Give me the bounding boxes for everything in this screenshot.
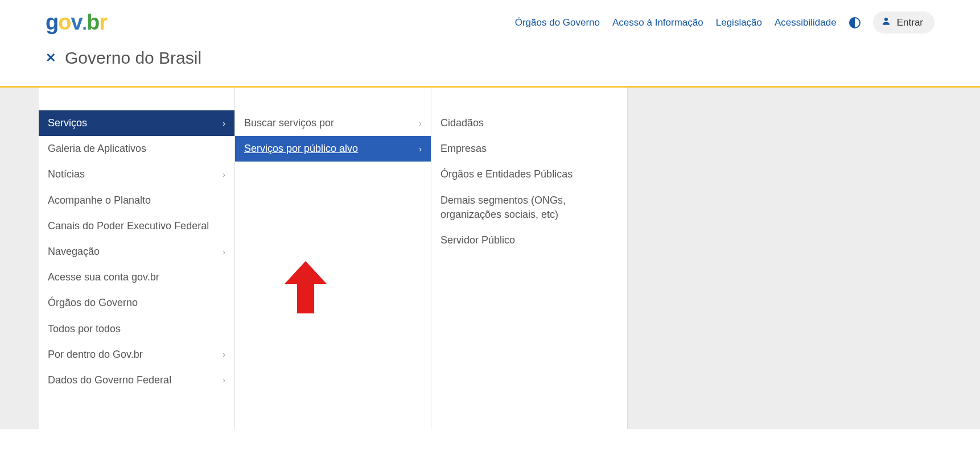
chevron-right-icon: › — [419, 119, 422, 128]
menu-item-label: Buscar serviços por — [244, 116, 419, 130]
chevron-right-icon: › — [223, 170, 225, 179]
chevron-right-icon: › — [223, 375, 225, 385]
header: gov.br Órgãos do Governo Acesso à Inform… — [0, 0, 980, 45]
chevron-right-icon: › — [223, 119, 225, 128]
svg-point-0 — [884, 18, 888, 21]
login-label: Entrar — [897, 17, 923, 28]
menu-item-label: Serviços por público alvo — [244, 142, 419, 156]
govbr-logo[interactable]: gov.br — [46, 10, 107, 35]
menu-item-label: Notícias — [48, 167, 223, 181]
nav-legislacao[interactable]: Legislação — [716, 17, 762, 28]
menu-item[interactable]: Canais do Poder Executivo Federal — [39, 213, 234, 239]
nav-acessibilidade[interactable]: Acessibilidade — [775, 17, 837, 28]
menu-item-label: Canais do Poder Executivo Federal — [48, 219, 225, 233]
menu-item[interactable]: Cidadãos — [431, 110, 627, 136]
menu-item-label: Acompanhe o Planalto — [48, 193, 225, 208]
menu-item-label: Órgãos e Entidades Públicas — [440, 167, 618, 181]
menu-item[interactable]: Acompanhe o Planalto — [39, 188, 234, 213]
menu-column-1: Serviços›Galeria de AplicativosNotícias›… — [39, 88, 235, 429]
menu-item[interactable]: Dados do Governo Federal› — [39, 367, 234, 393]
menu-column-2: Buscar serviços por›Serviços por público… — [235, 88, 431, 429]
menu-item[interactable]: Serviços› — [39, 110, 234, 136]
menu-item[interactable]: Demais segmentos (ONGs, organizações soc… — [431, 188, 627, 228]
header-nav: Órgãos do Governo Acesso à Informação Le… — [515, 11, 934, 34]
menu-item[interactable]: Empresas — [431, 136, 627, 162]
chevron-right-icon: › — [419, 144, 422, 154]
user-icon — [881, 16, 891, 29]
menu-item[interactable]: Órgãos e Entidades Públicas — [431, 162, 627, 187]
menu-item-label: Acesse sua conta gov.br — [48, 270, 225, 284]
menu-item-label: Cidadãos — [440, 116, 618, 130]
menu-item[interactable]: Por dentro do Gov.br› — [39, 342, 234, 367]
menu-column-3: CidadãosEmpresasÓrgãos e Entidades Públi… — [431, 88, 628, 429]
contrast-toggle-icon[interactable] — [849, 17, 860, 28]
login-button[interactable]: Entrar — [873, 11, 934, 34]
page-title: Governo do Brasil — [65, 48, 201, 68]
menu-item[interactable]: Buscar serviços por› — [235, 110, 431, 136]
menu-item-label: Galeria de Aplicativos — [48, 142, 225, 156]
menu-item-label: Por dentro do Gov.br — [48, 348, 223, 362]
menu-item-label: Dados do Governo Federal — [48, 373, 223, 387]
menu-item[interactable]: Acesse sua conta gov.br — [39, 265, 234, 290]
menu-item-label: Serviços — [48, 116, 223, 130]
menu-item[interactable]: Navegação› — [39, 239, 234, 265]
menu-item[interactable]: Serviços por público alvo› — [235, 136, 431, 162]
menu-item[interactable]: Servidor Público — [431, 228, 627, 253]
menu-item[interactable]: Galeria de Aplicativos — [39, 136, 234, 162]
chevron-right-icon: › — [223, 247, 225, 257]
menu-item-label: Empresas — [440, 142, 618, 156]
nav-acesso-informacao[interactable]: Acesso à Informação — [612, 17, 703, 28]
menu-item-label: Todos por todos — [48, 322, 225, 336]
menu-item-label: Servidor Público — [440, 233, 618, 247]
breadcrumb: ✕ Governo do Brasil — [0, 45, 980, 86]
mega-menu: Serviços›Galeria de AplicativosNotícias›… — [0, 88, 980, 429]
menu-item[interactable]: Notícias› — [39, 162, 234, 187]
menu-item[interactable]: Todos por todos — [39, 316, 234, 342]
menu-item[interactable]: Órgãos do Governo — [39, 290, 234, 316]
nav-orgaos-governo[interactable]: Órgãos do Governo — [515, 17, 600, 28]
menu-fill-area — [628, 88, 980, 429]
menu-item-label: Órgãos do Governo — [48, 296, 225, 310]
annotation-arrow-icon — [285, 261, 327, 313]
menu-item-label: Demais segmentos (ONGs, organizações soc… — [440, 193, 618, 222]
close-icon[interactable]: ✕ — [46, 51, 56, 65]
menu-item-label: Navegação — [48, 245, 223, 259]
chevron-right-icon: › — [223, 350, 225, 359]
